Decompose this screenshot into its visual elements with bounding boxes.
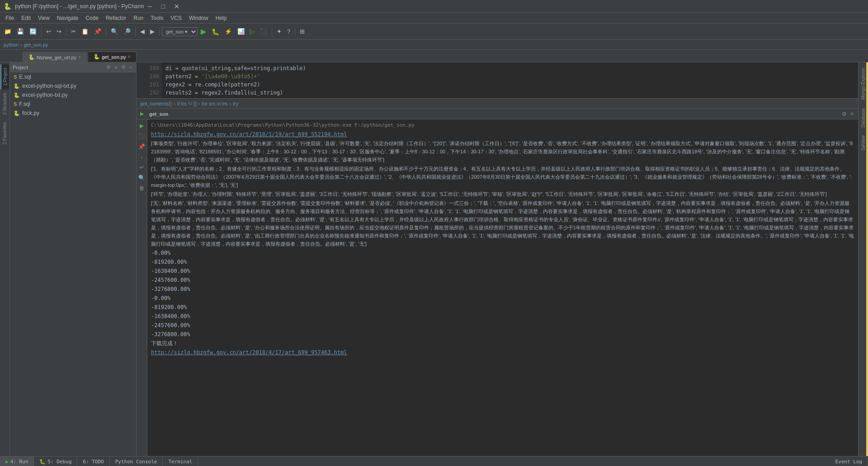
file-name-fsql: F.sql [19,101,30,107]
toolbar-separator-2 [66,27,66,36]
project-tool-close[interactable]: × [128,64,133,71]
run-sidebar: ▶ ⬛ 📌 ↓ ↵ 🔍 🗑 [137,119,147,456]
toolbar-stop[interactable]: ⬛ [258,27,269,36]
toolbar-copy[interactable]: 📋 [79,27,91,36]
menu-tools[interactable]: Tools [147,14,167,22]
toolbar-find[interactable]: 🔍 [108,27,120,36]
menu-file[interactable]: File [2,14,18,22]
file-icon-fsql: S [14,101,17,107]
terminal-tab-label: Terminal [168,459,192,465]
toolbar-redo[interactable]: ↪ [54,27,64,36]
toolbar-undo[interactable]: ↩ [44,27,53,36]
run-restart-button[interactable]: ▶ [138,121,145,130]
output-neg-0b: -0.00% [151,294,854,302]
panel-tab-project[interactable]: 1:Project [0,64,9,89]
panel-tab-saveview[interactable]: SaView [859,132,867,154]
toolbar: 📁 💾 🔄 ↩ ↪ ✂ 📋 📌 🔍 🔎 ◀ ▶ get_son ▾ ▶ 🐛 ⚡ … [0,24,868,40]
toolbar-forward[interactable]: ▶ [148,27,157,36]
bottom-tab-run[interactable]: ▶ 4: Run [0,456,34,466]
close-button[interactable]: ✕ [170,2,183,11]
run-settings-button[interactable]: ⚙ [841,110,848,118]
tab-get-son[interactable]: 🐍 get_son.py × [88,52,137,62]
tab-hbzww[interactable]: 🐍 hbzww_get_url.py × [23,52,87,62]
toolbar-run2[interactable]: ▷ [248,27,257,36]
main-area: 1:Project 2:Structure 2:Favorites Projec… [0,62,868,456]
breadcrumb-file[interactable]: get_son.py [24,42,48,48]
breadcrumb-for[interactable]: for src in trs [202,101,227,106]
menu-window[interactable]: Window [185,14,212,22]
bottom-tab-todo[interactable]: 6: TODO [77,456,109,466]
breadcrumb-try[interactable]: try [233,101,238,106]
file-icon-fock: 🐍 [14,110,20,116]
file-item-fsql[interactable]: S F.sql [10,100,136,109]
breadcrumb-if[interactable]: if trs != [] [177,101,196,106]
file-name-excel-sql: excel-python-sql-txt.py [22,83,76,89]
run-filter[interactable]: 🔍 [137,173,146,182]
run-scroll-end[interactable]: ↓ [139,152,145,162]
top-breadcrumb: python › get_son.py [0,40,868,50]
project-panel: Project ⚙ ≡ ⚙ × S E.sql 🐍 excel-python-s… [10,62,137,456]
toolbar-coverage[interactable]: ⚡ [222,27,234,36]
output-neg-3276b: -3276800.00% [151,330,854,338]
run-wrap[interactable]: ↵ [138,163,146,172]
output-neg-819b: -819200.00% [151,303,854,311]
menu-refactor[interactable]: Refactor [102,14,130,22]
menu-view[interactable]: View [34,14,53,22]
toolbar-save[interactable]: 💾 [14,27,26,36]
toolbar-separator-4 [135,27,136,36]
toolbar-open[interactable]: 📁 [2,27,14,36]
file-item-fock[interactable]: 🐍 fock.py [10,109,136,118]
url-link-1[interactable]: http://sizlq.hbzgfw.gov.cn/art/2018/1/19… [151,130,854,138]
toolbar-paste[interactable]: 📌 [92,27,104,36]
tab-close-1[interactable]: × [78,55,81,60]
panel-tab-favorites[interactable]: 2:Favorites [1,119,9,148]
run-clear[interactable]: 🗑 [138,184,146,193]
tab-close-2[interactable]: × [128,54,131,59]
run-config-dropdown[interactable]: get_son ▾ [162,27,198,36]
menu-code[interactable]: Code [82,14,102,22]
maximize-button[interactable]: □ [157,2,168,11]
code-editor[interactable]: 189 190 191 192 193 di = quote(ui_string… [137,62,858,99]
toolbar-refresh[interactable]: 🔄 [27,27,39,36]
menu-run[interactable]: Run [130,14,147,22]
panel-tab-database[interactable]: Database [859,105,867,131]
bottom-tab-debug[interactable]: 🐛 5: Debug [34,456,77,466]
url-link-2[interactable]: http://sizlq.hbzgfw.gov.cn/art/2018/4/17… [151,348,854,357]
toolbar-find2[interactable]: 🔎 [121,27,133,36]
toolbar-help[interactable]: ? [285,27,292,36]
minimize-button[interactable]: ─ [144,2,156,11]
bottom-tab-console[interactable]: Python Console [110,456,163,466]
toolbar-back[interactable]: ◀ [138,27,147,36]
run-stop-button[interactable]: ⬛ [137,132,146,141]
code-line-190: pattern2 = '[\u4e00-\u9fa5]+' [165,72,854,81]
toolbar-profile[interactable]: 📊 [235,27,247,36]
panel-tab-structure[interactable]: 2:Structure [1,89,9,119]
toolbar-terminal[interactable]: ⊞ [297,27,307,36]
toolbar-vcs[interactable]: ✦ [274,27,284,36]
panel-tab-mongo[interactable]: Mongo Explorer [859,64,867,104]
toolbar-separator-6 [272,27,272,36]
run-close-button[interactable]: × [849,110,854,118]
breadcrumb-func[interactable]: get_contents() [140,101,172,106]
file-item-excel-sql[interactable]: 🐍 excel-python-sql-txt.py [10,81,136,90]
toolbar-separator-7 [295,27,295,36]
toolbar-debug-button[interactable]: 🐛 [209,27,222,37]
run-pin-button[interactable]: 📌 [137,142,146,151]
tab-icon-1: 🐍 [28,54,35,60]
run-content: ▶ ⬛ 📌 ↓ ↵ 🔍 🗑 C:\Users\l1046\AppData\Loc… [137,119,858,456]
toolbar-cut[interactable]: ✂ [69,27,78,36]
file-item-esql[interactable]: S E.sql [10,72,136,81]
breadcrumb-python[interactable]: python [4,42,19,48]
project-tool-gear[interactable]: ⚙ [120,64,127,71]
menu-navigate[interactable]: Navigate [53,14,82,22]
code-content[interactable]: di = quote(ui_string,safe=string.printab… [162,62,858,98]
bottom-tab-terminal[interactable]: Terminal [163,456,198,466]
menu-vcs[interactable]: VCS [167,14,185,22]
toolbar-run-button[interactable]: ▶ [198,26,208,37]
project-tool-collapse[interactable]: ≡ [113,64,118,71]
file-item-excel-txt[interactable]: 🐍 excel-python-txt.py [10,90,136,100]
bottom-tab-eventlog[interactable]: Event Log [830,456,868,466]
menu-help[interactable]: Help [212,14,231,22]
menu-edit[interactable]: Edit [18,14,34,22]
project-tool-sync[interactable]: ⚙ [105,64,112,71]
